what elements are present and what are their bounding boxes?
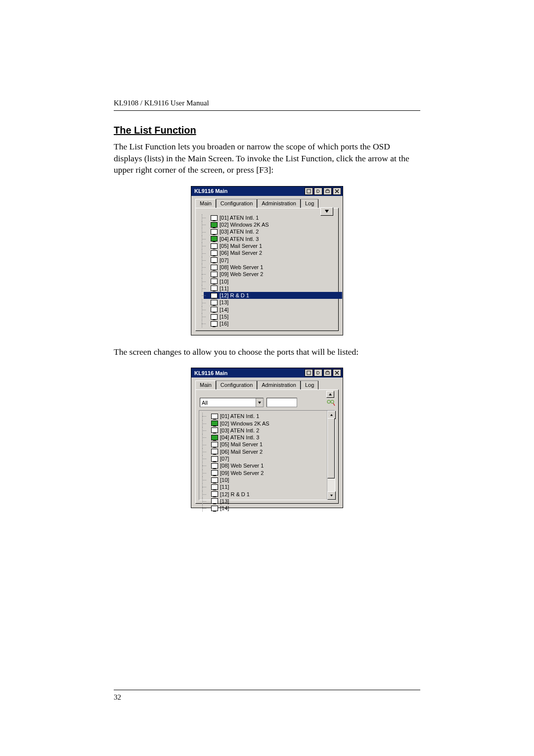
monitor-icon: [211, 243, 218, 249]
port-item[interactable]: [09] Web Server 2: [206, 470, 327, 476]
port-item[interactable]: [02] Windows 2K AS: [206, 221, 335, 228]
titlebar-icon-1[interactable]: [305, 369, 313, 377]
monitor-icon: [211, 414, 218, 419]
port-item[interactable]: [08] Web Server 1: [206, 462, 327, 469]
monitor-icon: [211, 300, 218, 305]
port-label: [12] R & D 1: [220, 292, 249, 299]
port-tree-1: [01] ATEN Intl. 1[02] Windows 2K AS[03] …: [199, 211, 335, 328]
titlebar-icon-3[interactable]: [323, 188, 332, 195]
tab-main[interactable]: Main: [195, 199, 216, 208]
monitor-icon: [211, 506, 218, 511]
port-label: [03] ATEN Intl. 2: [220, 427, 259, 434]
monitor-icon: [211, 491, 218, 497]
port-label: [13]: [220, 498, 229, 505]
port-item[interactable]: [03] ATEN Intl. 2: [206, 427, 327, 434]
svg-point-5: [331, 400, 334, 403]
section-title: The List Function: [114, 125, 420, 136]
port-item[interactable]: [03] ATEN Intl. 2: [206, 228, 335, 235]
tab-panel-1: [01] ATEN Intl. 1[02] Windows 2K AS[03] …: [195, 208, 339, 331]
tab-log[interactable]: Log: [301, 199, 318, 208]
port-item[interactable]: [13]: [206, 498, 327, 505]
tab-administration[interactable]: Administration: [257, 199, 301, 208]
monitor-icon: [211, 427, 218, 433]
chevron-down-icon: [256, 398, 263, 407]
port-item[interactable]: [10]: [206, 476, 327, 483]
monitor-icon: [211, 463, 218, 469]
filter-value: All: [202, 400, 208, 406]
port-item[interactable]: [11]: [206, 285, 335, 292]
tab-panel-2: All [01] ATEN Intl. 1[02] Windows 2K AS[…: [195, 389, 339, 504]
scroll-down-button[interactable]: [327, 491, 336, 500]
port-item[interactable]: [04] ATEN Intl. 3: [206, 434, 327, 441]
tab-administration[interactable]: Administration: [257, 380, 301, 389]
close-icon[interactable]: [333, 188, 341, 195]
close-icon[interactable]: [333, 369, 341, 377]
port-item[interactable]: [08] Web Server 1: [206, 264, 335, 271]
filter-text-input[interactable]: [267, 398, 297, 407]
port-item[interactable]: [14]: [206, 306, 335, 313]
monitor-icon: [211, 215, 218, 221]
port-item[interactable]: [10]: [206, 278, 335, 285]
port-item[interactable]: [09] Web Server 2: [206, 271, 335, 278]
port-item[interactable]: [01] ATEN Intl. 1: [206, 413, 327, 420]
port-item[interactable]: [13]: [206, 299, 335, 306]
titlebar-icon-3[interactable]: [323, 369, 332, 377]
osd-window-2: KL9116 Main Main Configuration Administr…: [191, 368, 343, 508]
svg-rect-2: [307, 371, 311, 375]
tab-log[interactable]: Log: [301, 380, 318, 389]
monitor-icon: [211, 272, 218, 277]
scrollbar[interactable]: [327, 411, 335, 500]
scroll-thumb[interactable]: [327, 418, 335, 478]
port-item[interactable]: [06] Mail Server 2: [206, 249, 335, 256]
port-item[interactable]: [07]: [206, 257, 335, 264]
port-item[interactable]: [07]: [206, 455, 327, 462]
monitor-icon: [211, 470, 218, 475]
monitor-icon: [211, 321, 218, 327]
titlebar-icon-1[interactable]: [305, 188, 313, 195]
port-item[interactable]: [11]: [206, 483, 327, 490]
port-label: [11]: [220, 285, 228, 292]
port-label: [05] Mail Server 1: [220, 441, 263, 448]
port-item[interactable]: [15]: [206, 313, 335, 320]
search-icon[interactable]: [326, 398, 335, 407]
titlebar-icon-2[interactable]: [314, 188, 322, 195]
port-item[interactable]: [05] Mail Server 1: [206, 441, 327, 448]
monitor-icon: [211, 314, 218, 320]
port-label: [08] Web Server 1: [220, 264, 263, 271]
port-label: [04] ATEN Intl. 3: [220, 434, 259, 441]
port-item[interactable]: [14]: [206, 505, 327, 512]
port-label: [03] ATEN Intl. 2: [220, 228, 259, 235]
port-item[interactable]: [12] R & D 1: [204, 292, 342, 299]
tab-configuration[interactable]: Configuration: [216, 380, 257, 389]
port-item[interactable]: [02] Windows 2K AS: [206, 420, 327, 427]
port-item[interactable]: [05] Mail Server 1: [206, 242, 335, 249]
osd-window-1: KL9116 Main Main Configuration Administr…: [191, 186, 343, 335]
port-label: [04] ATEN Intl. 3: [220, 236, 259, 242]
collapse-arrow[interactable]: [326, 391, 334, 398]
monitor-icon: [211, 435, 218, 440]
filter-select[interactable]: All: [200, 398, 264, 407]
port-item[interactable]: [06] Mail Server 2: [206, 448, 327, 455]
page-number: 32: [114, 690, 420, 702]
tab-configuration[interactable]: Configuration: [216, 199, 257, 208]
port-label: [01] ATEN Intl. 1: [220, 413, 259, 420]
port-label: [12] R & D 1: [220, 491, 250, 498]
titlebar-icon-2[interactable]: [314, 369, 322, 377]
paragraph-2: The screen changes to allow you to choos…: [114, 346, 420, 358]
port-label: [02] Windows 2K AS: [220, 420, 269, 427]
port-label: [08] Web Server 1: [220, 462, 264, 469]
monitor-icon: [211, 449, 218, 454]
monitor-icon: [211, 307, 218, 312]
port-item[interactable]: [01] ATEN Intl. 1: [206, 214, 335, 221]
monitor-icon: [211, 285, 218, 291]
port-item[interactable]: [04] ATEN Intl. 3: [206, 236, 335, 242]
port-label: [11]: [220, 483, 229, 490]
tab-main[interactable]: Main: [195, 380, 216, 389]
tab-bar: Main Configuration Administration Log: [191, 196, 343, 208]
monitor-icon: [211, 293, 218, 298]
monitor-icon: [211, 498, 218, 504]
monitor-icon: [211, 265, 218, 270]
port-item[interactable]: [12] R & D 1: [206, 491, 327, 498]
port-label: [07]: [220, 455, 229, 462]
port-item[interactable]: [16]: [206, 320, 335, 327]
